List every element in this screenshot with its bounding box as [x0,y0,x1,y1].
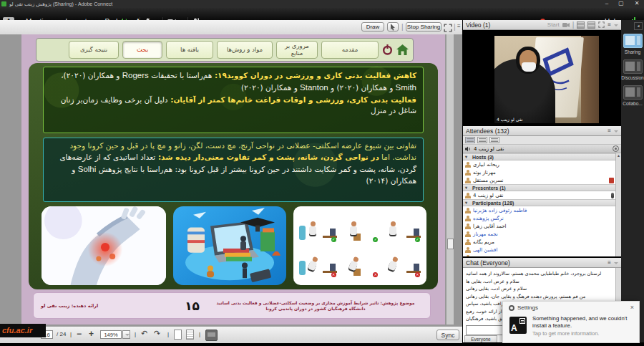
chat-pod-title: Chat (Everyone) [466,259,510,266]
slide-nav-button[interactable]: مروری بر منابع [276,41,318,59]
text-paragraph: تفاوتی بین شیوع عارضه اسکلتی- عضلانی در … [50,140,416,187]
layout-thumbnail-icon[interactable] [623,85,643,100]
presenters-section-header[interactable]: Presenters (1) [463,184,616,191]
share-pod-header: ارائه زینب نقی لو.pdf Draw | Stop Sharin… [0,20,462,35]
power-icon[interactable] [382,44,393,55]
attendee-name: نجمه مهرناز [473,231,498,237]
attendee-row[interactable]: نجمه مهرناز [463,230,616,238]
layout-item[interactable]: Discussion [621,59,644,80]
attendee-row[interactable]: احمد آقایی زهرا [463,222,616,230]
zoom-dropdown-button[interactable] [122,330,130,339]
attendee-avatar [465,208,471,213]
posture-figure [339,208,381,244]
active-speaker-name: نقی لو زینب 4 [474,146,504,152]
text-segment: کاهش فعالیت بدنی کاری و ورزشی در دوران ک… [212,71,416,80]
slide-nav-button[interactable]: مواد و روش‌ها [217,41,273,59]
attendee-row[interactable]: افشین الهی [463,246,616,254]
posture-status-icon [415,237,420,242]
pdf-scrollbar[interactable] [446,34,454,325]
sort-attendees-button[interactable] [489,137,499,143]
layout-thumbnail-icon[interactable] [623,34,643,48]
share-pod-menu-button[interactable]: ≡ [457,23,461,29]
stop-sharing-button[interactable]: Stop Sharing [406,22,441,32]
rotate-right-button[interactable]: ↷ [154,329,160,338]
attendees-pod-title: Attendees (132) [466,128,509,135]
attendee-row[interactable]: نیره مهدوی [463,254,616,256]
video-pod-menu-button[interactable]: ≡ [608,21,618,29]
text-paragraph: کاهش فعالیت بدنی کاری و ورزشی در دوران ک… [50,69,416,95]
attendee-row[interactable]: مریم یگانه [463,238,616,246]
zoom-level-input[interactable]: 149% [100,330,122,339]
slide-nav-button[interactable]: نتیجه گیری [69,41,119,59]
grid-view-icon[interactable] [587,21,595,29]
attendee-name: مریم یگانه [473,239,494,245]
attendee-avatar [465,216,471,221]
text-segment: فعالیت بدنی کاری، ورزشی و اوقات فراغت خا… [168,95,416,104]
start-webcam-button[interactable]: Start [547,21,560,28]
fit-width-button[interactable] [186,330,194,340]
attendee-row[interactable]: فاطمه رئوفی زاده هژبرنیا [463,206,616,214]
participants-section-header[interactable]: Participants (128) [463,199,616,206]
close-button[interactable]: ✕ [631,0,643,8]
slide-body: کاهش فعالیت بدنی کاری و ورزشی در دوران ک… [29,63,438,289]
minimize-button[interactable]: – [601,0,613,8]
rotate-left-button[interactable]: ↶ [141,329,147,338]
layout-item[interactable]: Sharing [621,34,644,54]
document-share-area: مقدمهمروری بر منابعمواد و روش‌هایافته ها… [0,34,462,326]
presentation-mode-button[interactable] [205,330,218,341]
slide-nav-button[interactable]: مقدمه [321,41,379,59]
filmstrip-view-icon[interactable] [577,21,585,29]
chat-tab-everyone[interactable]: Everyone [464,335,497,342]
attendee-row[interactable]: ریحانه ابیاری [463,160,616,168]
attendee-name: نرگس پژوهنده [473,216,504,221]
toast-message-line3: Tap to get more information. [532,330,635,337]
layout-item[interactable]: Collabo... [621,85,644,106]
attendee-row[interactable]: مهرناز بوته [463,168,616,176]
sync-button[interactable]: Sync [436,330,459,340]
attendee-name: نسرین مستقل [473,178,504,183]
toast-close-icon[interactable]: × [630,304,634,311]
attendees-pod: Attendees (132) ≡ نقی لو زینب 4 Hosts (3… [463,126,621,256]
attendee-avatar [465,178,471,183]
wrist-xray-image [42,206,166,285]
attendee-avatar [465,193,471,198]
hosts-section-header[interactable]: Hosts (3) [463,153,616,160]
maximize-button[interactable]: ▢ [615,0,627,8]
draw-button[interactable]: Draw [361,22,384,32]
pdf-scrollbar-thumb[interactable] [447,239,454,249]
pdf-toolbar: ▲ ▼ 16 / 24 | − + 149% | ↶ ↷ | | Sync [0,326,462,343]
layout-thumbnail-icon[interactable] [623,59,643,74]
attendee-row[interactable]: نقی لو زینب 4 [463,191,616,199]
attendee-row[interactable]: نرگس پژوهنده [463,214,616,222]
text-segment: Stanton [300,83,328,92]
attendees-pod-menu-button[interactable]: ≡ [608,128,618,135]
slide-nav-button[interactable]: بحث [122,41,162,59]
fit-page-button[interactable] [174,330,182,340]
windows-notification-toast[interactable]: Settings × A Something happened, and we … [502,301,640,343]
attendee-row[interactable]: نسرین مستقل [463,176,616,184]
fullscreen-button[interactable] [444,22,452,35]
attendee-avatar [465,224,471,229]
posture-status-icon [415,272,420,277]
attendees-scrollbar[interactable]: ▲ [615,153,621,256]
list-view-button[interactable] [465,137,475,143]
pointer-button[interactable] [387,22,399,32]
video-fullscreen-icon[interactable] [598,21,605,28]
home-icon[interactable] [396,44,409,55]
toolbar-divider: | [167,330,169,339]
zoom-out-button[interactable]: − [77,329,82,339]
background-door [581,36,599,123]
chair-shape [299,261,306,275]
fullscreen-icon [444,24,452,32]
toolbar-divider: | [572,20,575,29]
person-shape [348,221,358,239]
toolbar-divider: | [199,330,200,339]
person-shape [308,221,318,239]
breakout-view-button[interactable] [477,137,487,143]
zoom-in-button[interactable]: + [89,329,94,339]
toast-message-line2: install a feature. [532,322,635,330]
active-speaker-icon [465,146,472,152]
video-pod-title: Video (1) [466,21,490,29]
slide-nav-button[interactable]: یافته ها [166,41,213,59]
chat-pod-menu-button[interactable]: ≡ [608,259,618,266]
